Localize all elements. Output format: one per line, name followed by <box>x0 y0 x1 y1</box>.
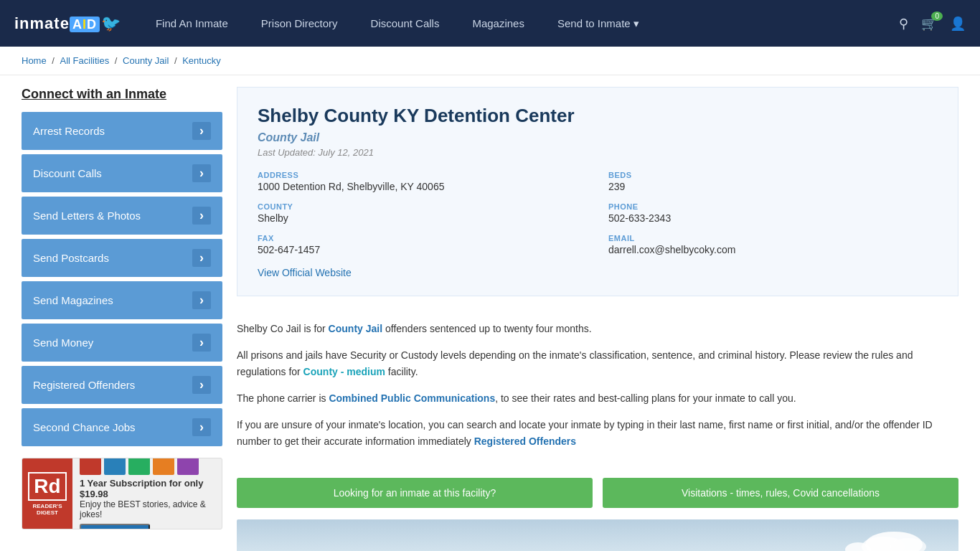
looking-for-inmate-button[interactable]: Looking for an inmate at this facility? <box>237 478 593 508</box>
facility-updated: Last Updated: July 12, 2021 <box>258 147 938 158</box>
registered-offenders-link[interactable]: Registered Offenders <box>474 435 576 447</box>
user-icon[interactable]: 👤 <box>950 16 966 32</box>
view-website-link[interactable]: View Official Website <box>258 267 352 278</box>
sidebar-label-second-chance-jobs: Second Chance Jobs <box>33 421 136 433</box>
email-block: EMAIL darrell.cox@shelbycoky.com <box>608 234 938 255</box>
nav-send-to-inmate[interactable]: Send to Inmate ▾ <box>545 10 652 37</box>
facility-type: County Jail <box>258 131 938 144</box>
sidebar-item-send-magazines[interactable]: Send Magazines › <box>22 281 222 319</box>
visitation-button[interactable]: Visitations - times, rules, Covid cancel… <box>603 478 958 508</box>
cart-badge: 0 <box>931 11 943 21</box>
sidebar-arrow-send-magazines: › <box>192 291 211 309</box>
sidebar-arrow-arrest-records: › <box>192 122 211 140</box>
ad-subscribe-button[interactable]: Subscribe Now <box>80 524 150 529</box>
email-label: EMAIL <box>608 234 938 242</box>
nav-magazines[interactable]: Magazines <box>459 10 537 37</box>
navbar: inmateAID🐦 Find An Inmate Prison Directo… <box>0 0 980 47</box>
sidebar-label-send-postcards: Send Postcards <box>33 252 109 264</box>
ad-brand-box: Rd READER'S DIGEST <box>22 458 72 529</box>
county-block: COUNTY Shelby <box>258 202 587 224</box>
breadcrumb-bar: Home / All Facilities / County Jail / Ke… <box>0 47 980 75</box>
nav-links: Find An Inmate Prison Directory Discount… <box>143 10 899 37</box>
nav-icons: ⚲ 🛒0 👤 <box>899 16 966 32</box>
sidebar-item-send-money[interactable]: Send Money › <box>22 324 222 362</box>
county-jail-link[interactable]: County Jail <box>329 323 382 334</box>
sidebar-arrow-send-postcards: › <box>192 249 211 267</box>
sidebar-ad: Rd READER'S DIGEST 1 Year Subscription f… <box>22 458 222 529</box>
breadcrumb-sep1: / <box>52 55 57 66</box>
book-2 <box>104 458 126 475</box>
book-1 <box>80 458 101 475</box>
sidebar-item-discount-calls[interactable]: Discount Calls › <box>22 154 222 192</box>
ad-offer-text: 1 Year Subscription for only $19.98 <box>80 478 215 499</box>
site-logo[interactable]: inmateAID🐦 <box>14 14 121 33</box>
address-label: ADDRESS <box>258 171 587 179</box>
sidebar-title: Connect with an Inmate <box>22 87 222 102</box>
ad-brand-abbr: Rd <box>28 472 66 501</box>
county-medium-link[interactable]: County - medium <box>303 366 385 377</box>
nav-find-inmate[interactable]: Find An Inmate <box>143 10 241 37</box>
breadcrumb-sep3: / <box>174 55 179 66</box>
cart-icon[interactable]: 🛒0 <box>921 16 937 32</box>
logo-bird-icon: 🐦 <box>101 14 121 32</box>
action-buttons: Looking for an inmate at this facility? … <box>237 478 958 508</box>
phone-carrier-link[interactable]: Combined Public Communications <box>329 392 495 404</box>
book-3 <box>128 458 150 475</box>
facility-description: Shelby Co Jail is for County Jail offend… <box>237 311 958 471</box>
search-icon[interactable]: ⚲ <box>899 16 908 32</box>
main-container: Connect with an Inmate Arrest Records › … <box>0 75 980 551</box>
sidebar-arrow-send-letters: › <box>192 207 211 225</box>
sidebar-item-send-letters[interactable]: Send Letters & Photos › <box>22 197 222 235</box>
sidebar-item-second-chance-jobs[interactable]: Second Chance Jobs › <box>22 408 222 446</box>
sidebar-item-registered-offenders[interactable]: Registered Offenders › <box>22 366 222 404</box>
facility-card: Shelby County KY Detention Center County… <box>237 87 958 296</box>
sidebar-label-arrest-records: Arrest Records <box>33 125 105 137</box>
sidebar-arrow-second-chance-jobs: › <box>192 418 211 436</box>
email-value: darrell.cox@shelbycoky.com <box>608 244 938 255</box>
breadcrumb-sep2: / <box>115 55 120 66</box>
sidebar-label-send-money: Send Money <box>33 336 93 349</box>
facility-photo <box>237 519 958 551</box>
sidebar-arrow-send-money: › <box>192 334 211 352</box>
fax-value: 502-647-1457 <box>258 244 587 255</box>
desc-para3: The phone carrier is Combined Public Com… <box>237 390 958 407</box>
county-label: COUNTY <box>258 202 587 211</box>
desc-para1: Shelby Co Jail is for County Jail offend… <box>237 321 958 337</box>
facility-name: Shelby County KY Detention Center <box>258 105 938 127</box>
breadcrumb-home[interactable]: Home <box>22 55 47 66</box>
phone-block: PHONE 502-633-2343 <box>608 202 938 224</box>
sidebar-label-send-magazines: Send Magazines <box>33 294 113 306</box>
county-value: Shelby <box>258 212 587 224</box>
ad-books <box>80 458 215 475</box>
ad-content: 1 Year Subscription for only $19.98 Enjo… <box>72 458 222 529</box>
book-4 <box>153 458 174 475</box>
book-5 <box>177 458 199 475</box>
sidebar-item-send-postcards[interactable]: Send Postcards › <box>22 239 222 277</box>
sidebar-item-arrest-records[interactable]: Arrest Records › <box>22 112 222 150</box>
sidebar-arrow-registered-offenders: › <box>192 376 211 394</box>
info-grid: ADDRESS 1000 Detention Rd, Shelbyville, … <box>258 171 938 255</box>
sidebar-arrow-discount-calls: › <box>192 164 211 182</box>
nav-prison-directory[interactable]: Prison Directory <box>248 10 351 37</box>
sidebar-label-send-letters: Send Letters & Photos <box>33 209 141 222</box>
breadcrumb-all-facilities[interactable]: All Facilities <box>60 55 110 66</box>
phone-value: 502-633-2343 <box>608 212 938 224</box>
nav-discount-calls[interactable]: Discount Calls <box>358 10 453 37</box>
phone-label: PHONE <box>608 202 938 211</box>
breadcrumb-county-jail[interactable]: County Jail <box>123 55 169 66</box>
sidebar-label-registered-offenders: Registered Offenders <box>33 379 135 391</box>
desc-para4: If you are unsure of your inmate's locat… <box>237 417 958 450</box>
ad-brand-full: READER'S DIGEST <box>22 503 72 516</box>
beds-label: BEDS <box>608 171 938 179</box>
breadcrumb-kentucky[interactable]: Kentucky <box>182 55 220 66</box>
ad-tagline: Enjoy the BEST stories, advice & jokes! <box>80 499 215 519</box>
sidebar-label-discount-calls: Discount Calls <box>33 167 102 179</box>
breadcrumb: Home / All Facilities / County Jail / Ke… <box>22 55 958 66</box>
desc-para2: All prisons and jails have Security or C… <box>237 347 958 380</box>
fax-label: FAX <box>258 234 587 242</box>
address-value: 1000 Detention Rd, Shelbyville, KY 40065 <box>258 181 587 192</box>
photo-clouds <box>844 527 930 551</box>
beds-value: 239 <box>608 181 938 192</box>
sidebar: Connect with an Inmate Arrest Records › … <box>22 87 222 551</box>
fax-block: FAX 502-647-1457 <box>258 234 587 255</box>
